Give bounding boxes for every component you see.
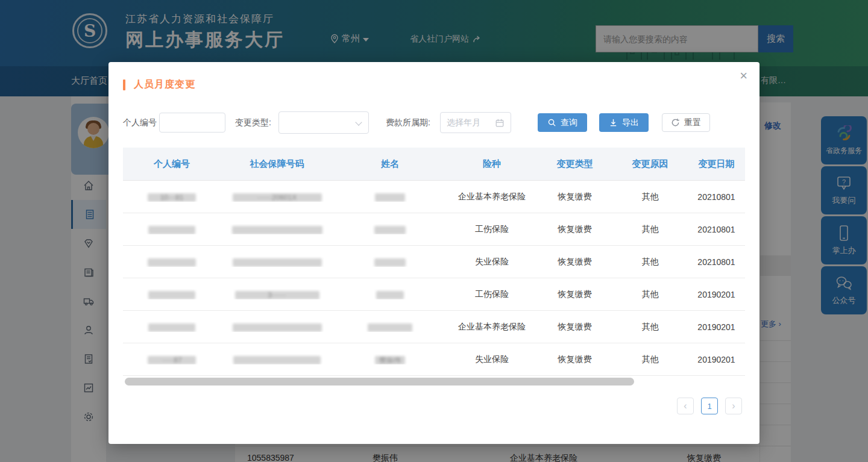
- table-row[interactable]: 工伤保险 恢复缴费 其他 20210801: [123, 213, 745, 246]
- col-personal-id: 个人编号: [123, 158, 221, 170]
- query-button[interactable]: 查询: [538, 113, 587, 132]
- table-row[interactable]: 10···81 ······20601X 企业基本养老保险 恢复缴费 其他 20…: [123, 181, 745, 213]
- redacted-name: [376, 291, 404, 299]
- redacted-personal-id: [148, 258, 196, 267]
- col-change-type: 变更类型: [537, 158, 612, 170]
- table-header-row: 个人编号 社会保障号码 姓名 险种 变更类型 变更原因 变更日期: [123, 148, 745, 181]
- refresh-icon: [671, 118, 680, 127]
- fee-period-picker[interactable]: 选择年月: [440, 112, 511, 133]
- redacted-ssn: ······20601X: [233, 193, 322, 202]
- personal-id-input[interactable]: [159, 113, 225, 133]
- redacted-ssn: [233, 356, 321, 364]
- reset-button[interactable]: 重置: [662, 113, 710, 132]
- redacted-name: [375, 193, 405, 202]
- redacted-personal-id: [148, 291, 195, 299]
- change-table: 个人编号 社会保障号码 姓名 险种 变更类型 变更原因 变更日期 10···81…: [123, 148, 745, 376]
- redacted-ssn: [233, 323, 322, 332]
- fee-period-placeholder: 选择年月: [447, 117, 495, 128]
- table-row[interactable]: 企业基本养老保险 恢复缴费 其他 20190201: [123, 311, 745, 343]
- col-ssn: 社会保障号码: [221, 158, 333, 170]
- close-icon[interactable]: ×: [740, 69, 747, 83]
- personal-id-label: 个人编号: [123, 117, 157, 128]
- search-icon: [547, 118, 556, 127]
- table-row[interactable]: 3······ 工伤保险 恢复缴费 其他 20190201: [123, 278, 745, 311]
- modal-title: 人员月度变更: [134, 78, 195, 91]
- col-insurance: 险种: [447, 158, 537, 170]
- current-page[interactable]: 1: [701, 398, 718, 414]
- screen: S 江苏省人力资源和社会保障厅 网上办事服务大厅 常州 省人社门户网站 搜索: [0, 0, 868, 462]
- redacted-personal-id: [148, 226, 195, 234]
- download-icon: [609, 118, 618, 127]
- change-type-label: 变更类型:: [235, 117, 271, 128]
- table-row[interactable]: ·····87 樊振伟 失业保险 恢复缴费 其他 20190201: [123, 343, 745, 376]
- prev-page-button[interactable]: ‹: [677, 398, 694, 414]
- redacted-name: [368, 323, 412, 332]
- redacted-name: [374, 226, 406, 234]
- redacted-name: [374, 258, 406, 267]
- monthly-change-modal: × 人员月度变更 个人编号 变更类型: 费款所属期: 选择年月 查询 导出 重置: [108, 62, 760, 444]
- redacted-ssn: 3······: [235, 291, 319, 299]
- redacted-ssn: [233, 258, 322, 267]
- pagination: ‹ 1 ›: [677, 398, 742, 414]
- table-row[interactable]: 失业保险 恢复缴费 其他 20210801: [123, 246, 745, 278]
- redacted-personal-id: 10···81: [148, 193, 196, 202]
- modal-title-row: 人员月度变更: [123, 78, 195, 91]
- chevron-down-icon: [355, 119, 362, 125]
- col-change-reason: 变更原因: [612, 158, 688, 170]
- redacted-personal-id: ·····87: [148, 356, 196, 364]
- redacted-personal-id: [148, 323, 195, 332]
- col-change-date: 变更日期: [688, 158, 745, 170]
- export-button[interactable]: 导出: [599, 113, 649, 132]
- next-page-button[interactable]: ›: [725, 398, 742, 414]
- calendar-icon: [495, 118, 505, 128]
- redacted-ssn: [232, 226, 322, 234]
- redacted-name: 樊振伟: [375, 356, 405, 364]
- fee-period-label: 费款所属期:: [386, 117, 430, 128]
- horizontal-scrollbar[interactable]: [125, 378, 634, 386]
- title-accent-bar: [123, 80, 125, 90]
- change-type-select[interactable]: [278, 111, 369, 134]
- col-name: 姓名: [333, 158, 447, 170]
